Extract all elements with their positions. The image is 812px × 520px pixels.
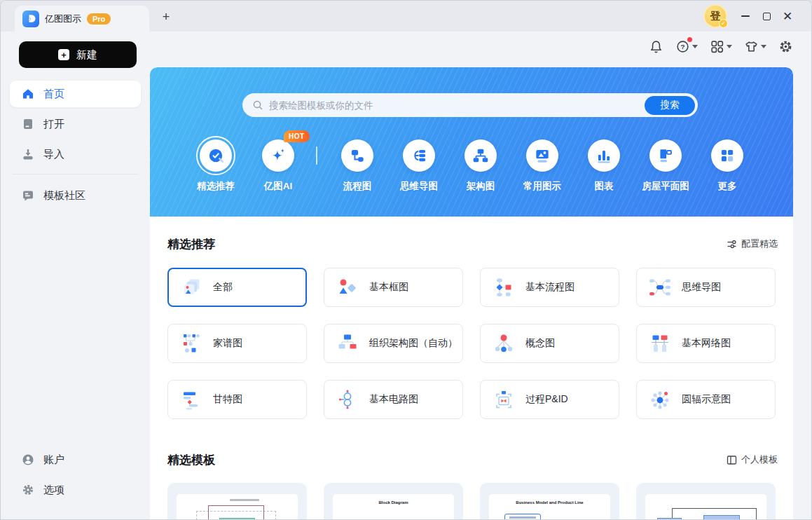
- template-thumb-3[interactable]: Business Model and Product Line: [480, 483, 619, 519]
- section-title: 精选推荐: [167, 236, 215, 252]
- new-tab-button[interactable]: +: [158, 8, 174, 25]
- template-preview: Business Model and Product Line: [489, 494, 610, 519]
- section-title: 精选模板: [167, 452, 215, 468]
- category-label: 常用图示: [511, 180, 573, 193]
- category-common-diagrams[interactable]: 常用图示: [511, 136, 573, 193]
- hot-badge: HOT: [284, 130, 310, 142]
- sidebar-item-label: 首页: [43, 88, 64, 101]
- card-gantt-chart[interactable]: 甘特图: [167, 380, 307, 419]
- category-label: 更多: [696, 180, 758, 193]
- new-document-button[interactable]: + 新建: [19, 41, 137, 68]
- configure-featured-button[interactable]: 配置精选: [727, 238, 778, 250]
- sidebar-item-label: 打开: [43, 118, 64, 131]
- mindmap-icon: [410, 146, 428, 165]
- tune-icon: [727, 239, 737, 249]
- notification-bell-button[interactable]: [649, 39, 663, 54]
- card-basic-flowchart[interactable]: 基本流程图: [480, 268, 619, 307]
- card-label: 过程P&ID: [525, 393, 568, 406]
- network-diagram-icon: [649, 332, 671, 355]
- notification-dot: [687, 37, 692, 42]
- floor-plan-icon: [656, 146, 675, 165]
- community-icon: [22, 189, 34, 202]
- pid-diagram-icon: [493, 388, 515, 411]
- sidebar-item-import[interactable]: 导入: [10, 141, 141, 167]
- sidebar-item-options[interactable]: 选项: [10, 477, 141, 503]
- category-more[interactable]: 更多: [696, 136, 758, 193]
- apps-button[interactable]: [710, 39, 732, 54]
- template-title: Business Model and Product Line: [489, 500, 610, 505]
- concept-map-icon: [493, 332, 515, 355]
- category-ai[interactable]: 亿图AI HOT: [247, 136, 309, 193]
- category-architecture[interactable]: 架构图: [450, 136, 511, 193]
- sidebar-item-template-community[interactable]: 模板社区: [10, 182, 141, 209]
- user-avatar[interactable]: 登 ✓: [703, 4, 727, 28]
- maximize-icon: [763, 13, 771, 20]
- template-thumbnails: Block Diagram Business Model and Product…: [167, 483, 776, 519]
- mind-map-card-icon: [649, 276, 671, 299]
- category-floor-plan[interactable]: 房屋平面图: [635, 136, 696, 193]
- featured-section-header: 精选推荐 配置精选: [167, 235, 778, 252]
- template-preview: [645, 494, 766, 519]
- featured-badge-icon: [207, 146, 225, 165]
- org-chart-icon: [336, 332, 359, 355]
- card-org-chart-auto[interactable]: 组织架构图（自动）: [324, 324, 463, 363]
- image-icon: [533, 146, 551, 165]
- category-charts[interactable]: 图表: [573, 136, 635, 193]
- template-thumb-1[interactable]: [167, 483, 307, 519]
- action-label: 个人模板: [741, 453, 778, 466]
- avatar-check-badge-icon: ✓: [719, 19, 728, 28]
- shirt-icon: [744, 39, 759, 54]
- card-basic-network[interactable]: 基本网络图: [636, 324, 776, 363]
- import-icon: [22, 148, 34, 160]
- sidebar-nav: 首页 打开 导入 模板社区: [10, 81, 141, 212]
- app-tab[interactable]: 亿图图示 Pro: [15, 6, 149, 32]
- template-thumb-4[interactable]: [636, 483, 776, 519]
- template-preview: Block Diagram: [333, 494, 454, 519]
- gantt-chart-icon: [180, 388, 202, 411]
- bell-icon: [649, 39, 663, 54]
- featured-cards-grid: 全部 基本框图 基本流程图 思维导图 家谱图: [167, 268, 776, 419]
- category-row: 精选推荐 亿图AI HOT 流程图: [150, 136, 793, 213]
- help-button[interactable]: ?: [675, 39, 698, 54]
- template-preview: [177, 494, 298, 519]
- search-bar[interactable]: 搜索: [242, 93, 698, 117]
- card-concept-map[interactable]: 概念图: [480, 324, 619, 363]
- minimize-button[interactable]: [735, 7, 756, 25]
- layout-icon: [727, 455, 737, 465]
- chevron-down-icon: [692, 45, 698, 48]
- card-all[interactable]: 全部: [167, 268, 307, 307]
- card-mind-map[interactable]: 思维导图: [636, 268, 776, 307]
- chevron-down-icon: [727, 45, 732, 48]
- category-mindmap[interactable]: 思维导图: [388, 136, 450, 193]
- options-gear-icon: [22, 484, 34, 496]
- card-circle-spoke[interactable]: 圆辐示意图: [636, 380, 776, 419]
- sidebar-item-open[interactable]: 打开: [10, 111, 141, 137]
- sidebar-item-account[interactable]: 账户: [10, 446, 141, 473]
- card-basic-block-diagram[interactable]: 基本框图: [324, 268, 463, 307]
- category-label: 架构图: [450, 180, 511, 193]
- ai-sparkle-icon: [269, 146, 287, 165]
- search-input[interactable]: [269, 100, 645, 111]
- personal-templates-button[interactable]: 个人模板: [727, 453, 778, 466]
- category-label: 思维导图: [388, 180, 450, 193]
- card-basic-circuit[interactable]: 基本电路图: [324, 380, 463, 419]
- category-label: 亿图AI: [247, 180, 309, 193]
- category-featured[interactable]: 精选推荐: [185, 136, 247, 193]
- sidebar-item-home[interactable]: 首页: [10, 81, 141, 107]
- template-thumb-2[interactable]: Block Diagram: [324, 483, 463, 519]
- banner: 搜索 精选推荐 亿图AI HOT: [150, 67, 793, 217]
- account-icon: [22, 453, 34, 466]
- settings-button[interactable]: [778, 39, 793, 54]
- card-process-pid[interactable]: 过程P&ID: [480, 380, 619, 419]
- category-flowchart[interactable]: 流程图: [326, 136, 388, 193]
- sidebar-item-label: 选项: [43, 484, 64, 497]
- maximize-button[interactable]: [756, 7, 777, 25]
- card-label: 全部: [213, 281, 233, 294]
- card-family-tree[interactable]: 家谱图: [167, 324, 307, 363]
- theme-button[interactable]: [744, 39, 766, 54]
- search-button[interactable]: 搜索: [645, 96, 695, 115]
- sidebar-item-label: 模板社区: [43, 189, 85, 203]
- minimize-icon: [741, 15, 750, 17]
- close-button[interactable]: ✕: [777, 7, 798, 25]
- card-label: 思维导图: [682, 281, 721, 294]
